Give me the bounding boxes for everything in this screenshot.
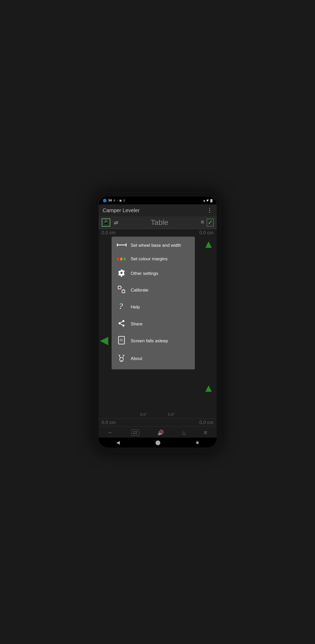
list-icon[interactable]: ≡ <box>201 219 204 226</box>
svg-line-11 <box>119 321 123 323</box>
top-measurements: 0.0 cm 0.0 cm <box>99 229 217 237</box>
more-options-button[interactable]: ⋮ <box>207 207 213 214</box>
svg-point-16 <box>121 361 122 362</box>
menu-label-wheel-base: Set wheel base and width <box>131 243 181 248</box>
sleep-nav-button[interactable]: ZZ <box>132 430 139 436</box>
arrow-up-far-right: ▲ <box>203 382 214 394</box>
calibrate-toolbar-icon[interactable]: ⇄ <box>114 219 118 226</box>
dropdown-menu: Set wheel base and width Set colour marg… <box>112 237 195 369</box>
degree-right: 0.0° <box>168 412 175 416</box>
recents-system-button[interactable]: ■ <box>196 440 199 445</box>
menu-item-share[interactable]: Share <box>112 316 195 332</box>
degree-left: 0.0° <box>140 412 147 416</box>
battery-icon: ▓ <box>210 199 212 202</box>
menu-label-other-settings: Other settings <box>131 271 158 276</box>
svg-text:✕: ✕ <box>119 286 121 289</box>
wifi-icon: ▲ <box>203 199 206 202</box>
hamburger-button[interactable]: ≡ <box>204 429 208 436</box>
calibrate-icon: ✕ ✓ <box>117 286 126 295</box>
share-icon <box>117 319 126 329</box>
menu-label-help: Help <box>131 305 140 310</box>
phone-screen: 🔵 34 A • ▣ Ƨ ▲ ◤ ▓ Camper Leveler ⋮ 📱 ⇄ <box>99 197 217 447</box>
svg-text:Zz: Zz <box>120 338 123 342</box>
sleep-icon: Zz <box>117 336 126 346</box>
arrow-left: ◀ <box>100 334 108 346</box>
signal-icon: ◤ <box>207 199 209 202</box>
app-bar: Camper Leveler ⋮ <box>99 204 217 216</box>
menu-item-calibrate[interactable]: ✕ ✓ Calibrate <box>112 282 195 299</box>
arrow-up-right: ▲ <box>203 238 214 250</box>
svg-point-15 <box>120 357 123 362</box>
home-system-button[interactable]: ⬤ <box>155 440 160 445</box>
arrows-area: ▲ ▲ ◀ <box>99 237 217 410</box>
phone-check-icon[interactable]: ✓ <box>207 219 214 226</box>
svg-line-12 <box>119 323 123 326</box>
menu-label-calibrate: Calibrate <box>131 288 149 293</box>
wheelbase-icon <box>117 242 126 249</box>
back-system-button[interactable]: ◀ <box>116 440 120 445</box>
help-icon: ? <box>117 302 126 312</box>
status-time: 34 <box>108 199 112 202</box>
menu-label-about: About <box>131 356 142 361</box>
toolbar-title: Table <box>122 218 197 227</box>
menu-item-help[interactable]: ? Help <box>112 299 195 316</box>
colour-dots-icon <box>117 257 126 261</box>
menu-item-wheel-base[interactable]: Set wheel base and width <box>112 238 195 253</box>
menu-label-share: Share <box>131 321 143 327</box>
back-button[interactable]: ← <box>108 429 113 436</box>
app-title: Camper Leveler <box>103 207 140 213</box>
menu-item-other-settings[interactable]: Other settings <box>112 265 195 282</box>
phone-frame: 🔵 34 A • ▣ Ƨ ▲ ◤ ▓ Camper Leveler ⋮ 📱 ⇄ <box>94 192 221 452</box>
level-button[interactable]: △ <box>182 430 186 435</box>
menu-label-screen-sleep: Screen falls asleep <box>131 338 168 344</box>
menu-item-about[interactable]: About <box>112 350 195 368</box>
system-nav: ◀ ⬤ ■ <box>99 438 217 447</box>
toolbar-right-icons: ≡ ✓ <box>201 219 214 226</box>
gear-icon <box>117 269 126 278</box>
top-left-measurement: 0.0 cm <box>102 230 116 236</box>
top-right-measurement: 0.0 cm <box>199 230 213 236</box>
bottom-measurements: 0.0 cm 0.0 cm <box>99 419 217 426</box>
degrees-row: 0.0° 0.0° <box>99 410 217 419</box>
deer-icon <box>117 353 126 364</box>
status-bar: 🔵 34 A • ▣ Ƨ ▲ ◤ ▓ <box>99 197 217 204</box>
menu-item-screen-sleep[interactable]: Zz Screen falls asleep <box>112 332 195 350</box>
toolbar: 📱 ⇄ Table ≡ ✓ <box>99 216 217 229</box>
nav-bar: ← ZZ 🔊 △ ≡ <box>99 426 217 438</box>
sound-button[interactable]: 🔊 <box>157 430 164 436</box>
svg-text:?: ? <box>119 302 123 311</box>
svg-text:✓: ✓ <box>123 290 125 293</box>
bottom-left-measurement: 0.0 cm <box>102 420 116 425</box>
main-area: 0.0 cm 0.0 cm ▲ ▲ ◀ <box>99 229 217 426</box>
menu-item-colour-margins[interactable]: Set colour margins <box>112 253 195 265</box>
menu-label-colour-margins: Set colour margins <box>131 256 168 262</box>
device-icon[interactable]: 📱 <box>102 218 110 227</box>
bottom-right-measurement: 0.0 cm <box>199 420 213 425</box>
